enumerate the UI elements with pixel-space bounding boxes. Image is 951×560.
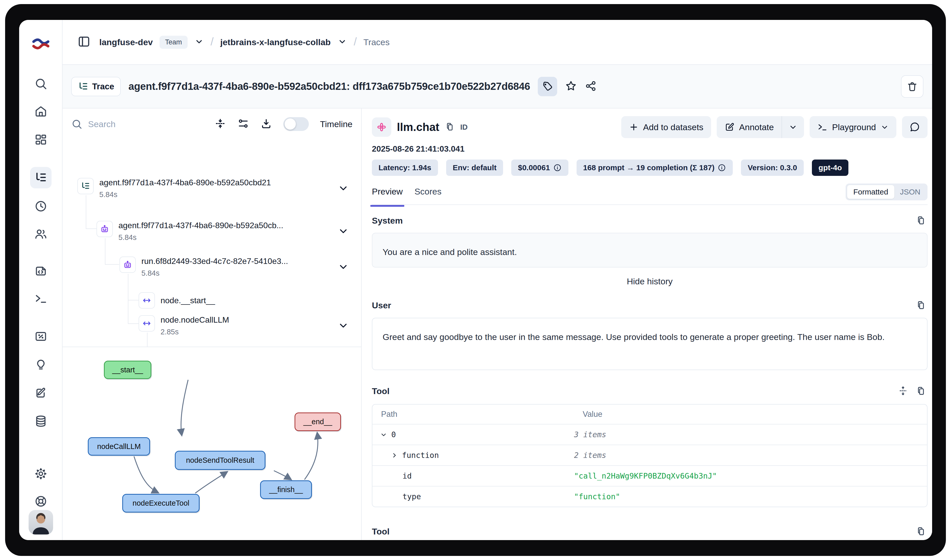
sidebar-item-datasets[interactable]	[30, 411, 52, 432]
cost-badge[interactable]: $0.00061	[511, 160, 568, 176]
copy-icon[interactable]	[916, 215, 926, 226]
breadcrumb-separator: /	[354, 35, 357, 48]
copy-icon[interactable]	[916, 300, 926, 311]
sidebar-item-dashboards[interactable]	[30, 129, 52, 151]
tree-row-run[interactable]: run.6f8d2449-33ed-4c7c-82e7-5410e3... 5.…	[120, 257, 288, 277]
tab-scores[interactable]: Scores	[414, 185, 442, 197]
comment-bubble-icon	[909, 122, 920, 132]
trace-icon	[77, 178, 94, 194]
span-name: run.6f8d2449-33ed-4c7c-82e7-5410e3...	[142, 257, 288, 266]
observation-detail-panel: llm.chat ID Add to datasets Annotate	[362, 108, 932, 540]
plus-icon	[629, 122, 639, 132]
hide-history-link[interactable]: Hide history	[372, 277, 928, 286]
table-row[interactable]: function 2 items	[372, 445, 927, 465]
tree-row-node-start[interactable]: node.__start__	[138, 292, 215, 309]
org-chevron-down-icon[interactable]	[194, 37, 204, 48]
view-settings-icon[interactable]	[237, 118, 249, 131]
column-value: Value	[574, 410, 927, 419]
sidebar-item-sessions[interactable]	[30, 195, 52, 217]
sidebar-item-tracing[interactable]	[30, 167, 52, 188]
system-section-actions	[916, 215, 926, 226]
sidebar-item-home[interactable]	[30, 100, 52, 122]
graph-node-finish[interactable]: __finish__	[260, 480, 312, 499]
tree-row-node-callllm[interactable]: node.nodeCallLLM 2.85s	[138, 315, 229, 336]
project-chevron-down-icon[interactable]	[337, 37, 347, 48]
nav-rail	[19, 20, 63, 540]
star-icon[interactable]	[565, 80, 577, 93]
format-json[interactable]: JSON	[894, 185, 926, 199]
table-row: type "function"	[372, 486, 927, 507]
sidebar-item-insights[interactable]	[30, 354, 52, 375]
breadcrumb-org[interactable]: langfuse-dev	[99, 37, 153, 47]
tree-connector	[105, 264, 119, 265]
sidebar-item-users[interactable]	[30, 223, 52, 245]
tree-row-chevron-icon[interactable]	[338, 183, 349, 195]
copy-icon[interactable]	[916, 526, 926, 537]
latency-badge: Latency: 1.94s	[372, 160, 438, 176]
breadcrumb-page[interactable]: Traces	[363, 37, 390, 47]
sidebar-item-search[interactable]	[30, 73, 52, 94]
search-placeholder: Search	[88, 119, 115, 129]
tree-row-trace[interactable]: agent.f9f77d1a-437f-4ba6-890e-b592a50cbd…	[77, 178, 271, 199]
tree-row-chevron-icon[interactable]	[338, 320, 349, 332]
timeline-toggle[interactable]	[283, 117, 309, 131]
annotate-dropdown-chevron[interactable]	[782, 116, 804, 138]
delete-trace-button[interactable]	[901, 75, 923, 98]
graph-node-end[interactable]: __end__	[294, 412, 341, 431]
sidebar-item-annotation[interactable]	[30, 382, 52, 403]
copy-id-icon[interactable]	[445, 122, 455, 132]
breadcrumb-project[interactable]: jetbrains-x-langfuse-collab	[220, 37, 331, 47]
tree-row-chevron-icon[interactable]	[338, 261, 349, 273]
tree-connector	[86, 228, 97, 229]
add-to-datasets-button[interactable]: Add to datasets	[621, 116, 711, 138]
format-formatted[interactable]: Formatted	[847, 185, 894, 199]
tag-icon[interactable]	[538, 77, 557, 96]
tree-controls: Search Timeline	[63, 108, 361, 140]
search-input[interactable]: Search	[71, 118, 203, 130]
span-arrows-icon	[138, 315, 155, 332]
sidebar-item-playground[interactable]	[30, 288, 52, 309]
playground-button[interactable]: Playground	[809, 116, 896, 138]
tool-json-table: Path Value 0 3 items function 2 items id	[372, 404, 928, 507]
tool2-section-label: Tool	[372, 526, 389, 537]
breadcrumb-separator: /	[211, 35, 214, 48]
expand-icon[interactable]	[898, 386, 908, 397]
annotate-button[interactable]: Annotate	[717, 116, 782, 138]
graph-node-executetool[interactable]: nodeExecuteTool	[122, 494, 200, 512]
user-avatar[interactable]	[29, 510, 53, 534]
langfuse-logo-icon[interactable]	[31, 34, 51, 55]
model-badge[interactable]: gpt-4o	[812, 160, 849, 176]
tree-row-chevron-icon[interactable]	[338, 225, 349, 238]
panel-toggle-icon[interactable]	[77, 35, 91, 49]
trace-tree-panel: Search Timeline	[63, 108, 362, 540]
tree-row-agent[interactable]: agent.f9f77d1a-437f-4ba6-890e-b592a50cb.…	[97, 221, 283, 242]
info-icon	[717, 163, 726, 172]
comments-button[interactable]	[902, 116, 928, 138]
span-arrows-icon	[138, 292, 155, 309]
sidebar-item-support[interactable]	[30, 491, 52, 512]
share-icon[interactable]	[585, 80, 597, 93]
copy-icon[interactable]	[916, 386, 926, 397]
span-duration: 2.85s	[160, 328, 229, 336]
trace-title-bar: Trace agent.f9f77d1a-437f-4ba6-890e-b592…	[63, 64, 932, 108]
timeline-label: Timeline	[320, 119, 352, 129]
org-plan-badge: Team	[160, 36, 188, 49]
sidebar-item-settings[interactable]	[30, 463, 52, 485]
generation-icon	[372, 117, 391, 137]
table-row[interactable]: 0 3 items	[372, 424, 927, 445]
tree-connector	[128, 323, 138, 324]
observation-timestamp: 2025-08-26 21:41:03.041	[372, 144, 465, 154]
tokens-badge[interactable]: 168 prompt → 19 completion (Σ 187)	[577, 160, 733, 176]
graph-node-start[interactable]: __start__	[104, 361, 151, 379]
search-icon	[71, 118, 82, 130]
span-name: agent.f9f77d1a-437f-4ba6-890e-b592a50cb.…	[118, 221, 283, 230]
tool2-section-actions	[916, 526, 926, 537]
graph-node-sendtoolresult[interactable]: nodeSendToolResult	[175, 451, 265, 470]
sidebar-item-prompts[interactable]	[30, 260, 52, 282]
download-icon[interactable]	[260, 118, 272, 131]
sidebar-item-evaluation[interactable]	[30, 326, 52, 347]
collapse-all-icon[interactable]	[214, 118, 226, 131]
graph-node-callllm[interactable]: nodeCallLLM	[88, 437, 150, 455]
tab-preview[interactable]: Preview	[372, 185, 403, 197]
chevron-down-icon	[380, 431, 387, 438]
